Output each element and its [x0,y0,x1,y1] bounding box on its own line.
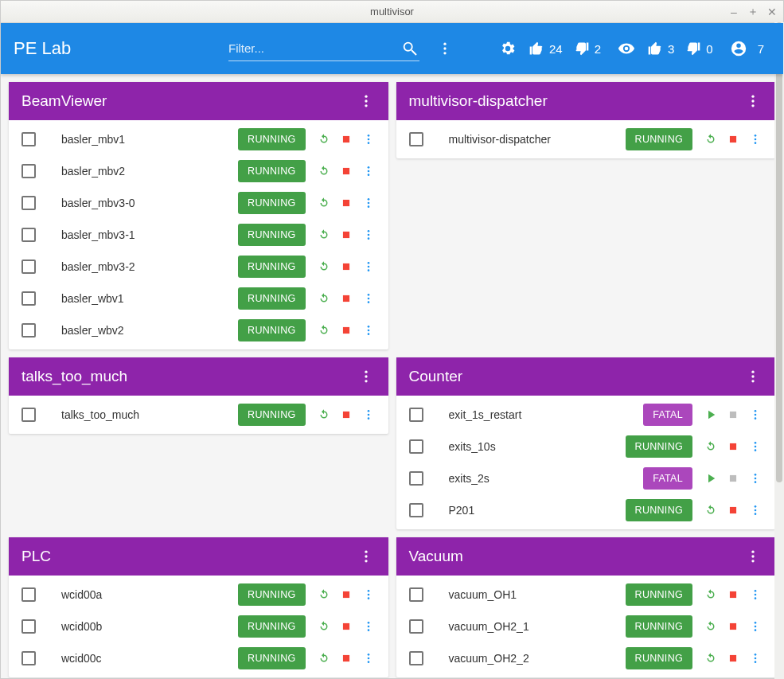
restart-icon[interactable] [704,503,718,517]
play-icon[interactable] [704,408,718,422]
more-icon[interactable] [748,651,763,665]
process-name[interactable]: talks_too_much [36,408,238,421]
window-minimize-button[interactable]: – [727,6,740,18]
stop-icon[interactable] [339,408,353,422]
process-checkbox[interactable] [21,651,36,665]
process-name[interactable]: exits_10s [423,440,626,453]
more-icon[interactable] [748,132,763,146]
stop-icon[interactable] [726,132,740,146]
restart-icon[interactable] [317,164,331,178]
process-checkbox[interactable] [21,196,36,210]
restart-icon[interactable] [704,587,718,602]
group-menu-icon[interactable] [743,367,763,386]
supervisor-icon[interactable] [729,39,748,58]
search-input[interactable] [228,36,400,60]
more-icon[interactable] [748,471,763,486]
more-icon[interactable] [748,503,763,517]
more-icon[interactable] [361,587,376,602]
process-name[interactable]: basler_wbv2 [36,324,238,337]
stop-icon[interactable] [726,439,740,454]
process-name[interactable]: P201 [423,504,626,517]
stop-icon[interactable] [339,587,353,602]
process-name[interactable]: vacuum_OH1 [423,588,626,601]
process-checkbox[interactable] [409,132,423,146]
process-checkbox[interactable] [409,651,423,665]
stop-icon[interactable] [726,651,740,665]
restart-icon[interactable] [317,291,331,306]
more-icon[interactable] [361,164,376,178]
stop-icon[interactable] [726,587,740,602]
restart-icon[interactable] [317,619,331,634]
play-icon[interactable] [704,471,718,486]
more-icon[interactable] [361,132,376,146]
process-name[interactable]: basler_mbv1 [36,133,238,146]
process-checkbox[interactable] [409,587,423,602]
process-checkbox[interactable] [21,132,36,146]
stop-icon[interactable] [726,619,740,634]
restart-icon[interactable] [704,132,718,146]
process-checkbox[interactable] [21,228,36,242]
stop-icon[interactable] [339,260,353,274]
process-checkbox[interactable] [409,503,423,517]
process-name[interactable]: exits_2s [423,472,644,485]
more-icon[interactable] [748,439,763,454]
restart-icon[interactable] [317,196,331,210]
stop-icon[interactable] [339,164,353,178]
more-icon[interactable] [361,228,376,242]
search-icon[interactable] [400,39,419,58]
process-checkbox[interactable] [21,619,36,634]
process-name[interactable]: basler_mbv3-0 [36,197,238,209]
process-checkbox[interactable] [21,323,36,338]
more-icon[interactable] [748,587,763,602]
process-name[interactable]: wcid00a [36,588,238,601]
restart-icon[interactable] [317,323,331,338]
process-checkbox[interactable] [21,291,36,306]
more-icon[interactable] [748,619,763,634]
restart-icon[interactable] [317,228,331,242]
group-menu-icon[interactable] [357,547,376,566]
process-name[interactable]: basler_mbv2 [36,165,238,178]
more-icon[interactable] [361,408,376,422]
stop-icon[interactable] [339,619,353,634]
more-icon[interactable] [361,619,376,634]
more-icon[interactable] [361,651,376,665]
process-checkbox[interactable] [21,164,36,178]
stop-icon[interactable] [339,651,353,665]
more-icon[interactable] [361,196,376,210]
vertical-scrollbar[interactable] [774,22,784,679]
group-menu-icon[interactable] [357,92,376,111]
restart-icon[interactable] [317,260,331,274]
window-maximize-button[interactable]: ＋ [747,5,759,19]
restart-icon[interactable] [704,439,718,454]
restart-icon[interactable] [317,651,331,665]
restart-icon[interactable] [704,651,718,665]
process-checkbox[interactable] [409,408,423,422]
process-checkbox[interactable] [21,408,36,422]
stop-icon[interactable] [339,196,353,210]
process-checkbox[interactable] [409,471,423,486]
more-icon[interactable] [361,323,376,338]
group-menu-icon[interactable] [743,92,763,111]
more-icon[interactable] [361,291,376,306]
content-area[interactable]: BeamViewerbasler_mbv1RUNNINGbasler_mbv2R… [1,74,783,678]
stop-icon[interactable] [339,291,353,306]
process-name[interactable]: vacuum_OH2_2 [423,652,626,665]
window-close-button[interactable]: ✕ [766,6,778,18]
process-checkbox[interactable] [21,587,36,602]
toolbar-menu-icon[interactable] [435,39,454,58]
group-menu-icon[interactable] [743,547,763,566]
restart-icon[interactable] [704,619,718,634]
stop-icon[interactable] [339,228,353,242]
scrollbar-thumb[interactable] [776,22,782,482]
more-icon[interactable] [361,260,376,274]
restart-icon[interactable] [317,587,331,602]
process-checkbox[interactable] [409,619,423,634]
search-field[interactable] [228,36,419,61]
settings-icon[interactable] [498,39,517,58]
process-checkbox[interactable] [21,260,36,274]
group-menu-icon[interactable] [357,367,376,386]
process-name[interactable]: exit_1s_restart [423,408,644,421]
restart-icon[interactable] [317,132,331,146]
process-checkbox[interactable] [409,439,423,454]
process-name[interactable]: wcid00b [36,620,238,633]
